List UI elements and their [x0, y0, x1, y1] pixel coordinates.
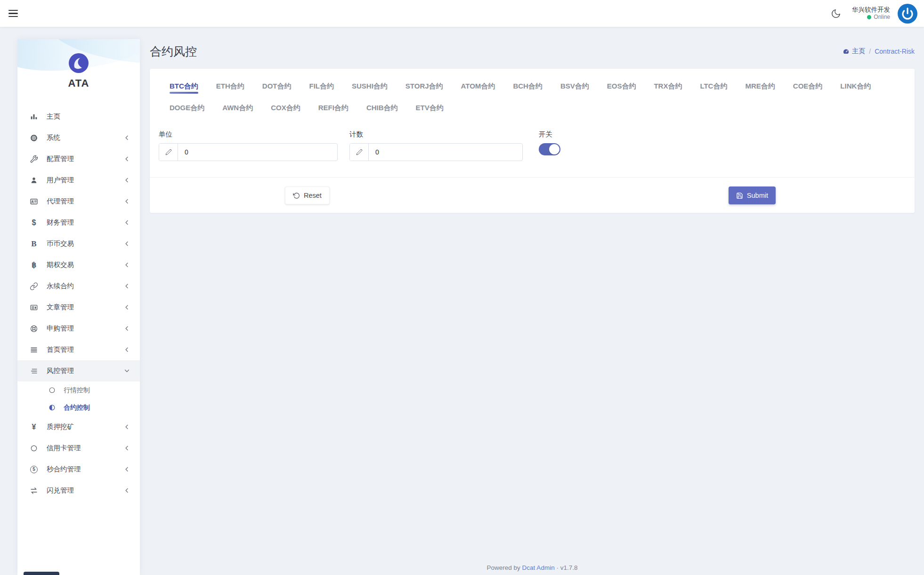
tab-eos[interactable]: EOS合约	[607, 75, 636, 97]
chevron-left-icon	[124, 262, 130, 267]
user-block[interactable]: 华兴软件开发 Online	[852, 6, 890, 21]
sidebar-item-spot-trade[interactable]: B 币币交易	[17, 233, 140, 254]
chevron-left-icon	[124, 347, 130, 352]
circle-outline-icon	[48, 387, 56, 394]
sidebar-item-homepage[interactable]: 首页管理	[17, 339, 140, 360]
tab-coe[interactable]: COE合约	[793, 75, 823, 97]
tab-dot[interactable]: DOT合约	[262, 75, 292, 97]
sidebar-item-second-contract[interactable]: 5 秒合约管理	[17, 459, 140, 480]
sidebar-item-label: 申购管理	[47, 324, 124, 333]
tab-refi[interactable]: REFI合约	[318, 97, 349, 119]
sidebar-item-label: 信用卡管理	[47, 444, 124, 453]
sidebar-subitem-market-control[interactable]: 行情控制	[17, 381, 140, 399]
logo-box: ATA	[17, 39, 140, 94]
sidebar-item-subscription[interactable]: 申购管理	[17, 318, 140, 339]
power-icon	[900, 7, 915, 21]
brand-logo-icon	[68, 52, 89, 74]
sidebar-item-home[interactable]: 主页	[17, 106, 140, 127]
sidebar-item-label: 秒合约管理	[47, 465, 124, 474]
sidebar-item-creditcard[interactable]: 信用卡管理	[17, 437, 140, 459]
unit-label: 单位	[159, 130, 338, 139]
avatar[interactable]	[898, 4, 917, 24]
user-status-label: Online	[874, 14, 890, 21]
stream-icon	[29, 367, 39, 375]
tab-etv[interactable]: ETV合约	[416, 97, 444, 119]
submit-button-label: Submit	[747, 192, 768, 199]
tab-cox[interactable]: COX合约	[271, 97, 300, 119]
contract-tabs: BTC合约 ETH合约 DOT合约 FIL合约 SUSHI合约 STORJ合约 …	[150, 75, 915, 119]
tab-bsv[interactable]: BSV合约	[560, 75, 589, 97]
link-icon	[29, 282, 39, 291]
pencil-icon	[350, 144, 369, 161]
dark-mode-icon[interactable]	[827, 5, 844, 22]
sidebar-item-options-trade[interactable]: ฿ 期权交易	[17, 254, 140, 275]
main-content: 合约风控 主页 / Contract-Risk BTC合约 ETH合约 DOT合…	[150, 39, 915, 213]
menu-toggle-icon[interactable]	[8, 6, 24, 22]
sidebar-menu: 主页 系统 配置管理	[17, 94, 140, 501]
tab-ltc[interactable]: LTC合约	[700, 75, 727, 97]
tab-storj[interactable]: STORJ合约	[405, 75, 443, 97]
switch-field-group: 开关	[539, 130, 560, 155]
tab-link[interactable]: LINK合约	[840, 75, 871, 97]
tab-trx[interactable]: TRX合约	[654, 75, 682, 97]
sidebar-item-flash-exchange[interactable]: 闪兑管理	[17, 480, 140, 501]
sidebar-item-staking[interactable]: ¥ 质押挖矿	[17, 416, 140, 437]
sidebar-item-label: 永续合约	[47, 282, 124, 291]
online-dot-icon	[867, 15, 871, 19]
tab-bch[interactable]: BCH合约	[513, 75, 543, 97]
sidebar-item-label: 币币交易	[47, 239, 124, 248]
tab-awn[interactable]: AWN合约	[222, 97, 253, 119]
sidebar-item-finance[interactable]: $ 财务管理	[17, 212, 140, 233]
sidebar-item-system[interactable]: 系统	[17, 127, 140, 148]
dcat-admin-link[interactable]: Dcat Admin	[522, 564, 555, 571]
baht-icon: ฿	[29, 260, 39, 269]
tab-sushi[interactable]: SUSHI合约	[352, 75, 388, 97]
sidebar-item-label: 期权交易	[47, 260, 124, 269]
content-header: 合约风控 主页 / Contract-Risk	[150, 42, 915, 61]
chevron-left-icon	[124, 241, 130, 246]
coin-b-icon: B	[29, 239, 39, 249]
sidebar-item-label: 合约控制	[64, 404, 130, 412]
brand-name: ATA	[68, 77, 89, 89]
tab-atom[interactable]: ATOM合约	[461, 75, 495, 97]
count-input[interactable]	[369, 144, 522, 161]
sidebar-item-risk[interactable]: 风控管理	[17, 360, 140, 381]
unit-input[interactable]	[178, 144, 337, 161]
switch-toggle[interactable]	[539, 143, 560, 155]
submit-button[interactable]: Submit	[729, 186, 776, 204]
exchange-arrows-icon	[29, 486, 39, 495]
tab-fil[interactable]: FIL合约	[309, 75, 334, 97]
risk-form: 单位 计数	[150, 130, 915, 177]
breadcrumb-current[interactable]: Contract-Risk	[875, 48, 915, 55]
user-icon	[29, 176, 39, 185]
switch-label: 开关	[539, 130, 560, 139]
sidebar-item-label: 质押挖矿	[47, 422, 124, 431]
reset-button[interactable]: Reset	[285, 186, 330, 204]
save-icon	[736, 192, 743, 199]
sidebar-item-label: 用户管理	[47, 176, 124, 185]
count-input-group	[349, 143, 523, 161]
tab-eth[interactable]: ETH合约	[216, 75, 244, 97]
sidebar-item-users[interactable]: 用户管理	[17, 170, 140, 191]
page-title: 合约风控	[150, 44, 197, 59]
version-text: v1.7.8	[560, 564, 578, 571]
tab-doge[interactable]: DOGE合约	[170, 97, 204, 119]
sidebar-subitem-contract-control[interactable]: 合约控制	[17, 399, 140, 416]
sidebar-item-perpetual[interactable]: 永续合约	[17, 275, 140, 297]
sidebar-item-label: 闪兑管理	[47, 486, 124, 495]
sidebar-item-agents[interactable]: 代理管理	[17, 191, 140, 212]
sidebar-item-config[interactable]: 配置管理	[17, 148, 140, 170]
breadcrumb: 主页 / Contract-Risk	[843, 47, 915, 56]
id-card-icon	[29, 197, 39, 206]
tab-btc[interactable]: BTC合约	[170, 75, 198, 97]
breadcrumb-home[interactable]: 主页	[843, 47, 865, 56]
user-name: 华兴软件开发	[852, 6, 890, 14]
tab-mre[interactable]: MRE合约	[745, 75, 775, 97]
chevron-left-icon	[124, 220, 130, 225]
unit-field-group: 单位	[159, 130, 338, 161]
sidebar-item-articles[interactable]: 文章管理	[17, 297, 140, 318]
sidebar-item-label: 财务管理	[47, 218, 124, 227]
tab-chib[interactable]: CHIB合约	[366, 97, 398, 119]
dollar-icon: $	[29, 219, 39, 227]
page-footer: Powered by Dcat Admin · v1.7.8	[150, 564, 915, 571]
